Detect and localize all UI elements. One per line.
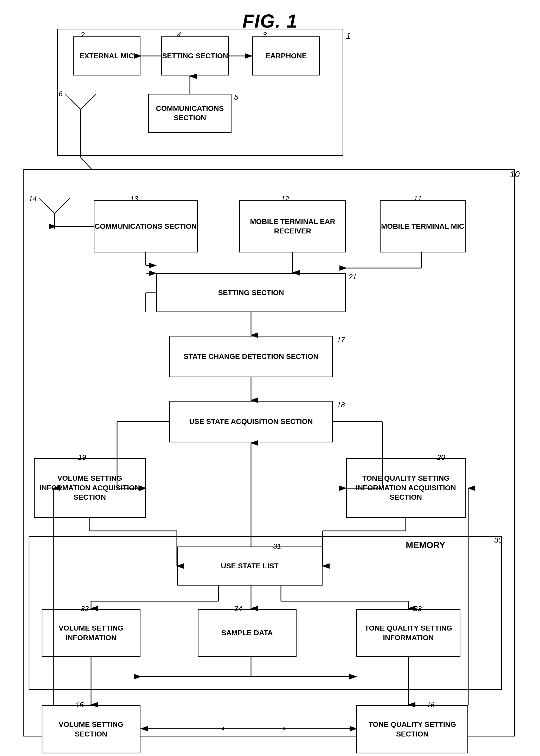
num-1: 1 [346, 31, 351, 41]
num-18: 18 [337, 401, 345, 409]
external-mic-box: EXTERNAL MIC [73, 37, 140, 76]
num-30: 30 [494, 536, 502, 544]
volume-setting-section-box: VOLUME SETTING SECTION [42, 705, 140, 753]
use-state-acquisition-box: USE STATE ACQUISITION SECTION [169, 401, 333, 442]
num-3: 3 [263, 31, 267, 39]
num-20: 20 [437, 453, 445, 462]
num-4: 4 [177, 31, 181, 39]
num-15: 15 [75, 701, 83, 709]
num-11: 11 [414, 195, 422, 203]
tone-quality-setting-info-box: TONE QUALITY SETTING INFORMATION [356, 609, 461, 657]
earphone-box: EARPHONE [252, 37, 320, 76]
page: FIG. 1 EXTERNAL MIC 2 SETTING SECTION 4 … [0, 0, 540, 756]
use-state-list-box: USE STATE LIST [177, 546, 323, 585]
volume-setting-information-box: VOLUME SETTING INFORMATION [42, 609, 140, 657]
memory-label: MEMORY [406, 540, 445, 550]
num-21: 21 [348, 273, 356, 281]
sample-data-box: SAMPLE DATA [198, 609, 297, 657]
num-6: 6 [59, 90, 63, 98]
communications-section-main-box: COMMUNICATIONS SECTION [94, 200, 198, 252]
setting-section-top-box: SETTING SECTION [161, 37, 229, 76]
state-change-detection-box: STATE CHANGE DETECTION SECTION [169, 336, 333, 378]
mobile-terminal-mic-box: MOBILE TERMINAL MIC [380, 200, 466, 252]
num-12: 12 [281, 195, 289, 203]
tone-quality-info-acq-box: TONE QUALITY SETTING INFORMATION ACQUISI… [346, 458, 466, 518]
num-33: 33 [414, 605, 422, 613]
num-10: 10 [510, 169, 520, 179]
num-19: 19 [78, 453, 86, 462]
num-32: 32 [81, 605, 89, 613]
num-17: 17 [337, 336, 345, 344]
num-5: 5 [234, 93, 238, 101]
communications-section-top-box: COMMUNICATIONS SECTION [148, 94, 231, 133]
num-2: 2 [81, 31, 85, 39]
mobile-terminal-ear-box: MOBILE TERMINAL EAR RECEIVER [239, 200, 346, 252]
tone-quality-setting-section-box: TONE QUALITY SETTING SECTION [356, 705, 468, 753]
num-16: 16 [427, 701, 435, 709]
setting-section-main-box: SETTING SECTION [156, 273, 346, 312]
num-13: 13 [130, 195, 138, 203]
num-34: 34 [234, 605, 242, 613]
volume-setting-info-acq-box: VOLUME SETTING INFORMATION ACQUISITION S… [34, 458, 146, 518]
num-14: 14 [29, 195, 37, 203]
num-31: 31 [273, 542, 281, 550]
